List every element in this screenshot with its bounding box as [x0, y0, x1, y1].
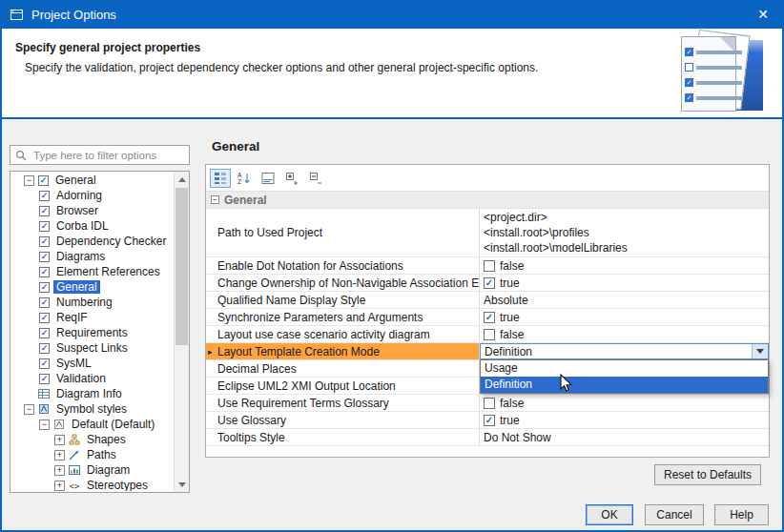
filter-input[interactable]	[31, 149, 184, 162]
tree-item-checkbox[interactable]: ✓	[39, 343, 50, 354]
property-row-layout-template-creation-mode[interactable]: Layout Template Creation ModeDefinition	[206, 343, 769, 360]
tree-item-dependency-checker[interactable]: ✓Dependency Checker	[10, 234, 174, 249]
tree-item-checkbox[interactable]: ✓	[39, 252, 50, 262]
diagram-info-icon	[38, 388, 50, 399]
property-value[interactable]: false	[480, 257, 769, 274]
properties-grid: −GeneralPath to Used Project<project.dir…	[206, 191, 769, 457]
tree-item-requirements[interactable]: ✓Requirements	[10, 325, 174, 340]
dropdown-option-usage[interactable]: Usage	[481, 360, 768, 377]
expand-nodes-icon[interactable]	[281, 169, 302, 188]
property-row-layout-use-case-scenario-activity-diagram[interactable]: Layout use case scenario activity diagra…	[206, 326, 769, 343]
expand-toggle-icon[interactable]: +	[54, 450, 65, 460]
paths-icon	[69, 449, 80, 460]
show-description-icon[interactable]	[258, 169, 279, 188]
tree-item-checkbox[interactable]: ✓	[39, 221, 50, 232]
tree-item-general[interactable]: −✓General	[10, 173, 174, 188]
categorized-view-icon[interactable]	[210, 169, 231, 188]
tree-item-checkbox[interactable]: ✓	[39, 267, 50, 277]
value-checkbox[interactable]: ✓	[484, 277, 495, 289]
property-value[interactable]: ✓true	[480, 309, 769, 325]
property-row-use-requirement-terms-glossary[interactable]: Use Requirement Terms Glossaryfalse	[206, 395, 769, 412]
dropdown-option-definition[interactable]: Definition	[481, 377, 768, 393]
property-value[interactable]: Absolute	[480, 292, 769, 308]
scrollbar-thumb[interactable]	[175, 188, 188, 345]
tree-item-label: General	[52, 174, 99, 187]
tree-item-validation[interactable]: ✓Validation	[10, 371, 174, 386]
tree-item-checkbox[interactable]: ✓	[39, 374, 50, 384]
chevron-down-icon	[756, 349, 764, 354]
tree-item-label: Dependency Checker	[53, 235, 169, 248]
property-value: <project.dir><install.root>\profiles<ins…	[480, 209, 769, 256]
property-value[interactable]: ✓true	[480, 275, 769, 291]
property-value[interactable]: false	[480, 326, 769, 342]
tree-item-element-references[interactable]: ✓Element References	[10, 264, 174, 279]
tree-item-checkbox[interactable]: ✓	[39, 191, 50, 201]
value-checkbox[interactable]: ✓	[484, 415, 495, 426]
cancel-button[interactable]: Cancel	[645, 504, 704, 525]
tree-item-default-default[interactable]: −Default (Default)	[10, 417, 174, 432]
expand-toggle-icon[interactable]: +	[54, 435, 65, 445]
property-value[interactable]: Do Not Show	[480, 429, 769, 445]
collapse-toggle-icon[interactable]: −	[24, 175, 34, 186]
value-checkbox[interactable]	[484, 329, 495, 340]
tree-item-stereotypes[interactable]: +<>Stereotypes	[10, 478, 174, 491]
property-value[interactable]: false	[480, 395, 769, 411]
tree-item-suspect-links[interactable]: ✓Suspect Links	[10, 340, 174, 356]
tree-item-symbol-styles[interactable]: −Symbol styles	[10, 401, 174, 417]
expand-toggle-icon[interactable]: +	[54, 481, 65, 491]
tree-item-diagram[interactable]: +Diagram	[10, 462, 174, 478]
tree-item-checkbox[interactable]: ✓	[39, 282, 50, 293]
help-button[interactable]: Help	[714, 504, 769, 525]
tree-item-numbering[interactable]: ✓Numbering	[10, 295, 174, 310]
tree-item-general[interactable]: ✓General	[10, 279, 174, 295]
tree-item-checkbox[interactable]: ✓	[38, 175, 49, 186]
reset-to-defaults-button[interactable]: Reset to Defaults	[654, 464, 761, 485]
expand-toggle-icon[interactable]: +	[54, 465, 65, 476]
tree-item-paths[interactable]: +Paths	[10, 447, 174, 462]
value-checkbox[interactable]	[484, 398, 495, 409]
tree-item-checkbox[interactable]: ✓	[39, 236, 50, 247]
scroll-down-icon[interactable]	[175, 477, 190, 492]
collapse-toggle-icon[interactable]: −	[24, 404, 34, 415]
tree-item-checkbox[interactable]: ✓	[39, 358, 50, 369]
tree-item-diagram-info[interactable]: Diagram Info	[10, 386, 174, 401]
tree-item-checkbox[interactable]: ✓	[39, 297, 50, 308]
property-row-change-ownership-of-non-navigable-association-end[interactable]: Change Ownership of Non-Navigable Associ…	[206, 275, 769, 292]
property-row-enable-dot-notation-for-associations[interactable]: Enable Dot Notation for Associationsfals…	[206, 257, 769, 275]
combobox-arrow-icon[interactable]	[752, 344, 768, 358]
property-row-qualified-name-display-style[interactable]: Qualified Name Display StyleAbsolute	[206, 292, 769, 309]
sort-alphabetically-icon[interactable]: AZ	[234, 169, 255, 188]
tree-scrollbar[interactable]	[174, 172, 189, 492]
symbol-styles-icon	[38, 403, 50, 415]
layout-template-creation-mode-combobox[interactable]: Definition	[480, 343, 769, 359]
property-row-path-to-used-project[interactable]: Path to Used Project<project.dir><instal…	[206, 209, 769, 257]
property-row-tooltips-style[interactable]: Tooltips StyleDo Not Show	[206, 429, 769, 446]
tree-item-shapes[interactable]: +Shapes	[10, 432, 174, 447]
illustration-checklist: ✓ ✓ ✓	[685, 48, 742, 109]
tree-item-adorning[interactable]: ✓Adorning	[10, 188, 174, 203]
value-text: Do Not Show	[484, 431, 551, 444]
property-row-synchronize-parameters-and-arguments[interactable]: Synchronize Parameters and Arguments✓tru…	[206, 309, 769, 326]
collapse-toggle-icon[interactable]: −	[39, 419, 50, 430]
property-label: Layout use case scenario activity diagra…	[206, 326, 480, 342]
value-checkbox[interactable]: ✓	[484, 312, 495, 323]
property-group-header[interactable]: −General	[206, 192, 769, 209]
property-row-use-glossary[interactable]: Use Glossary✓true	[206, 412, 769, 429]
tree-item-sysml[interactable]: ✓SysML	[10, 356, 174, 371]
tree-item-checkbox[interactable]: ✓	[39, 328, 50, 338]
property-value[interactable]: ✓true	[480, 412, 769, 428]
tree-item-diagrams[interactable]: ✓Diagrams	[10, 249, 174, 264]
scroll-up-icon[interactable]	[175, 172, 190, 187]
tree-item-reqif[interactable]: ✓ReqIF	[10, 310, 174, 325]
tree-item-corba-idl[interactable]: ✓Corba IDL	[10, 218, 174, 234]
tree-item-checkbox[interactable]: ✓	[39, 313, 50, 323]
value-checkbox[interactable]	[484, 260, 495, 272]
collapse-nodes-icon[interactable]	[305, 169, 326, 188]
options-filter	[10, 145, 190, 165]
tree-item-checkbox[interactable]: ✓	[39, 206, 50, 216]
page-title: General	[212, 139, 259, 153]
collapse-group-icon[interactable]: −	[211, 195, 219, 204]
close-icon[interactable]: ✕	[753, 7, 773, 22]
tree-item-browser[interactable]: ✓Browser	[10, 203, 174, 218]
ok-button[interactable]: OK	[586, 504, 633, 525]
